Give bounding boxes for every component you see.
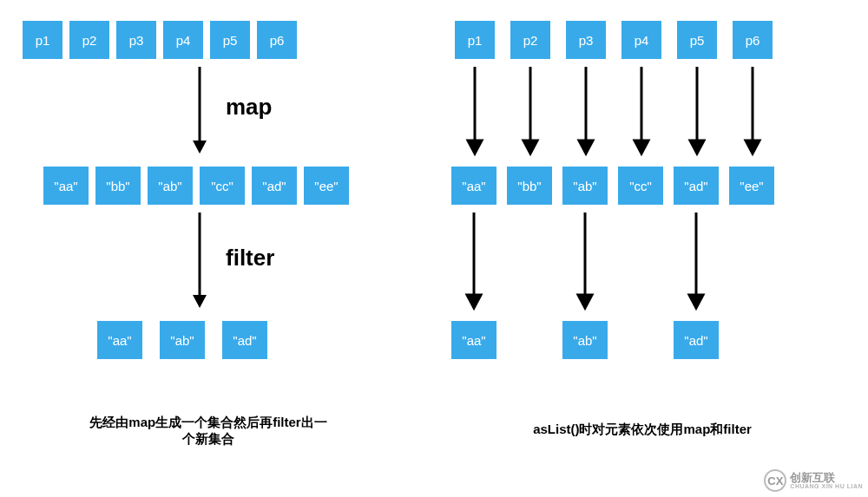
input-box: p4 [621,21,661,59]
filtered-box: "ad" [222,321,267,359]
input-box: p3 [566,21,606,59]
input-box: p6 [257,21,297,59]
filter-label: filter [226,245,274,271]
mapped-box: "ad" [674,167,719,205]
input-box: p4 [163,21,203,59]
svg-marker-7 [523,141,537,154]
mapped-box: "ee" [304,167,349,205]
mapped-box: "bb" [95,167,141,205]
mapped-box: "bb" [507,167,552,205]
mapped-box: "ee" [729,167,774,205]
left-diagram: p1 p2 p3 p4 p5 p6 map "aa" "bb" "ab" "cc… [0,0,417,497]
arrows-filter-icon [451,208,816,312]
svg-marker-17 [467,295,481,308]
arrows-map-icon [451,62,816,158]
right-row-input: p1 p2 p3 p4 p5 p6 [455,21,773,59]
svg-marker-21 [689,295,703,308]
filtered-box: "ab" [562,321,608,359]
input-box: p1 [23,21,62,59]
svg-marker-13 [690,141,704,154]
filtered-box: "ad" [674,321,719,359]
left-row-input: p1 p2 p3 p4 p5 p6 [23,21,297,59]
right-diagram: p1 p2 p3 p4 p5 p6 "aa" "bb" "ab" "cc" "a… [417,0,868,497]
watermark-sub: CHUANG XIN HU LIAN [790,483,863,489]
input-box: p5 [677,21,717,59]
input-box: p2 [69,21,109,59]
mapped-box: "aa" [451,167,496,205]
caption-line: 个新集合 [0,431,417,448]
right-row-mapped: "aa" "bb" "ab" "cc" "ad" "ee" [451,167,774,205]
svg-marker-11 [635,141,648,154]
filtered-box: "aa" [97,321,142,359]
svg-marker-1 [193,141,207,154]
svg-marker-19 [578,295,592,308]
input-box: p5 [210,21,250,59]
arrow-down-icon [182,208,217,312]
right-caption: asList()时对元素依次使用map和filter [417,422,868,438]
watermark-logo-icon: CX [764,469,786,492]
mapped-box: "ab" [148,167,193,205]
mapped-box: "cc" [618,167,663,205]
mapped-box: "cc" [200,167,245,205]
left-row-mapped: "aa" "bb" "ab" "cc" "ad" "ee" [43,167,349,205]
caption-line: 先经由map生成一个集合然后再filter出一 [0,415,417,431]
filtered-box: "ab" [160,321,205,359]
map-label: map [226,94,272,121]
input-box: p1 [455,21,495,59]
mapped-box: "ab" [562,167,608,205]
input-box: p2 [510,21,550,59]
watermark: CX 创新互联 CHUANG XIN HU LIAN [764,469,863,492]
svg-marker-3 [193,295,207,308]
left-row-filtered: "aa" "ab" "ad" [97,321,267,359]
left-caption: 先经由map生成一个集合然后再filter出一 个新集合 [0,415,417,448]
svg-marker-9 [579,141,593,154]
mapped-box: "aa" [43,167,89,205]
svg-marker-15 [746,141,760,154]
svg-marker-5 [468,141,482,154]
input-box: p6 [733,21,773,59]
right-row-filtered: "aa" "ab" "ad" [451,321,719,359]
watermark-brand: 创新互联 [790,472,863,483]
mapped-box: "ad" [252,167,297,205]
input-box: p3 [116,21,156,59]
arrow-down-icon [182,62,217,158]
filtered-box: "aa" [451,321,496,359]
